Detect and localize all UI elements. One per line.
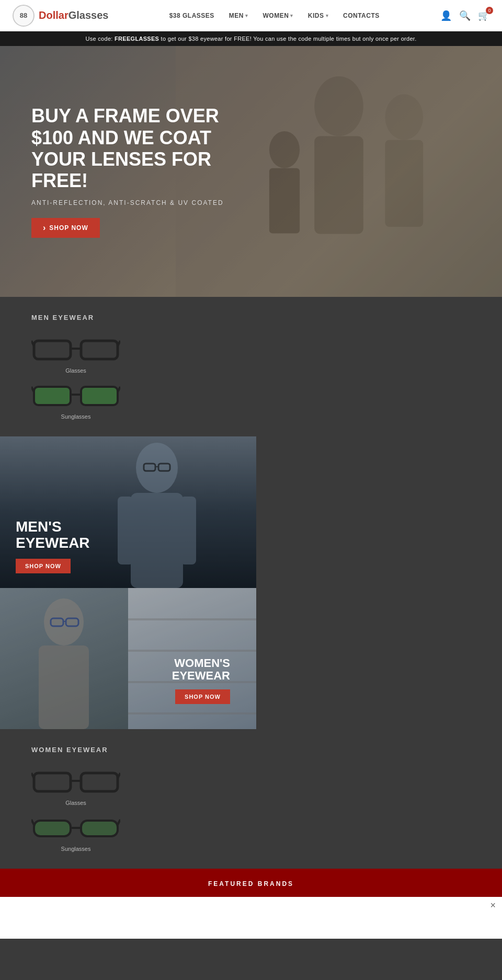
svg-line-15 bbox=[31, 387, 34, 392]
promo-men-title: MEN'S EYEWEAR bbox=[16, 519, 90, 551]
hero-title: BUY A FRAME OVER $100 AND WE COAT YOUR L… bbox=[31, 105, 230, 192]
men-glasses-label: Glasses bbox=[31, 367, 120, 374]
svg-rect-39 bbox=[81, 821, 118, 836]
nav-menu: $38 GLASSES MEN ▾ WOMEN ▾ KIDS ▾ CONTACT… bbox=[169, 12, 380, 19]
svg-line-16 bbox=[118, 387, 120, 392]
women-eyewear-items: Glasses Sunglasses bbox=[31, 765, 471, 852]
mens-eyewear-promo: MEN'S EYEWEAR SHOP NOW bbox=[0, 436, 256, 588]
women-eyewear-section: WOMEN EYEWEAR Glasses bbox=[0, 729, 502, 869]
cart-icon[interactable]: 🛒 0 bbox=[478, 10, 489, 21]
svg-rect-13 bbox=[81, 387, 118, 405]
logo[interactable]: 88 DollarGlasses bbox=[13, 5, 108, 27]
search-icon[interactable]: 🔍 bbox=[459, 10, 471, 21]
nav-item-38glasses[interactable]: $38 GLASSES bbox=[169, 12, 214, 19]
hero-section: BUY A FRAME OVER $100 AND WE COAT YOUR L… bbox=[0, 46, 502, 297]
men-eyewear-section: MEN EYEWEAR Glasses bbox=[0, 297, 502, 436]
logo-icon: 88 bbox=[13, 5, 35, 27]
featured-brands-title: FEATURED BRANDS bbox=[0, 880, 502, 887]
svg-rect-12 bbox=[34, 387, 71, 405]
women-glasses-item[interactable]: Glasses bbox=[31, 765, 136, 806]
womens-eyewear-promo: WOMEN'S EYEWEAR SHOP NOW bbox=[0, 588, 256, 729]
hero-shop-now-button[interactable]: SHOP NOW bbox=[31, 218, 100, 238]
chevron-down-icon: ▾ bbox=[290, 13, 293, 18]
promo-men-image bbox=[89, 436, 225, 588]
svg-point-17 bbox=[136, 443, 178, 493]
promo-men-content: MEN'S EYEWEAR SHOP NOW bbox=[0, 504, 106, 588]
promo-women-right-panel: WOMEN'S EYEWEAR SHOP NOW bbox=[128, 588, 256, 729]
women-glasses-image bbox=[31, 765, 120, 797]
hero-content: BUY A FRAME OVER $100 AND WE COAT YOUR L… bbox=[0, 105, 261, 238]
men-sunglasses-item[interactable]: Sunglasses bbox=[31, 379, 136, 420]
promo-right-bg bbox=[256, 436, 502, 729]
women-sunglasses-label: Sunglasses bbox=[31, 846, 120, 852]
women-glasses-svg bbox=[31, 765, 120, 797]
men-eyewear-items: Glasses Sunglasses bbox=[31, 333, 471, 420]
svg-line-37 bbox=[118, 773, 120, 778]
nav-item-women[interactable]: WOMEN ▾ bbox=[263, 12, 293, 19]
women-eyewear-title: WOMEN EYEWEAR bbox=[31, 746, 471, 754]
hero-subtitle: ANTI-REFLECTION, ANTI-SCRATCH & UV COATE… bbox=[31, 199, 230, 206]
svg-line-42 bbox=[118, 820, 120, 825]
nav-item-contacts[interactable]: CONTACTS bbox=[343, 12, 380, 19]
svg-rect-34 bbox=[81, 773, 118, 791]
men-eyewear-title: MEN EYEWEAR bbox=[31, 314, 471, 321]
close-button[interactable]: × bbox=[490, 900, 496, 911]
featured-brands-footer: FEATURED BRANDS × bbox=[0, 869, 502, 939]
sunglasses-svg bbox=[31, 379, 120, 410]
navbar: 88 DollarGlasses $38 GLASSES MEN ▾ WOMEN… bbox=[0, 0, 502, 31]
women-glasses-label: Glasses bbox=[31, 800, 120, 806]
nav-item-men[interactable]: MEN ▾ bbox=[229, 12, 248, 19]
navbar-icons: 👤 🔍 🛒 0 bbox=[440, 10, 489, 21]
promo-women-shop-button[interactable]: SHOP NOW bbox=[175, 689, 230, 704]
svg-rect-33 bbox=[34, 773, 71, 791]
svg-rect-19 bbox=[118, 497, 133, 564]
svg-rect-8 bbox=[81, 341, 118, 359]
featured-brands-area: × bbox=[0, 897, 502, 939]
svg-rect-38 bbox=[34, 821, 71, 836]
men-glasses-item[interactable]: Glasses bbox=[31, 333, 136, 374]
svg-rect-7 bbox=[34, 341, 71, 359]
men-sunglasses-label: Sunglasses bbox=[31, 413, 120, 420]
svg-line-36 bbox=[31, 773, 34, 778]
nav-item-kids[interactable]: KIDS ▾ bbox=[308, 12, 328, 19]
promo-banners-left: MEN'S EYEWEAR SHOP NOW bbox=[0, 436, 256, 729]
promo-women-left-panel bbox=[0, 588, 128, 729]
women-sunglasses-item[interactable]: Sunglasses bbox=[31, 811, 136, 852]
promo-women-content: WOMEN'S EYEWEAR SHOP NOW bbox=[128, 642, 246, 719]
promo-banner: Use code: FREEGLASSES to get our $38 eye… bbox=[0, 31, 502, 46]
chevron-down-icon: ▾ bbox=[326, 13, 329, 18]
svg-rect-20 bbox=[180, 497, 196, 564]
glasses-svg bbox=[31, 333, 120, 364]
cart-badge: 0 bbox=[486, 7, 493, 14]
svg-line-41 bbox=[31, 820, 34, 825]
promo-women-title: WOMEN'S EYEWEAR bbox=[133, 657, 230, 682]
promo-banners-section: MEN'S EYEWEAR SHOP NOW bbox=[0, 436, 502, 729]
logo-text: DollarGlasses bbox=[39, 9, 108, 21]
women-sunglasses-image bbox=[31, 811, 120, 843]
women-sunglasses-svg bbox=[31, 811, 120, 843]
account-icon[interactable]: 👤 bbox=[440, 10, 452, 21]
men-glasses-image bbox=[31, 333, 120, 364]
svg-line-10 bbox=[31, 341, 34, 346]
chevron-down-icon: ▾ bbox=[245, 13, 248, 18]
svg-line-11 bbox=[118, 341, 120, 346]
svg-rect-18 bbox=[131, 493, 183, 588]
promo-men-shop-button[interactable]: SHOP NOW bbox=[16, 559, 71, 573]
men-sunglasses-image bbox=[31, 379, 120, 410]
